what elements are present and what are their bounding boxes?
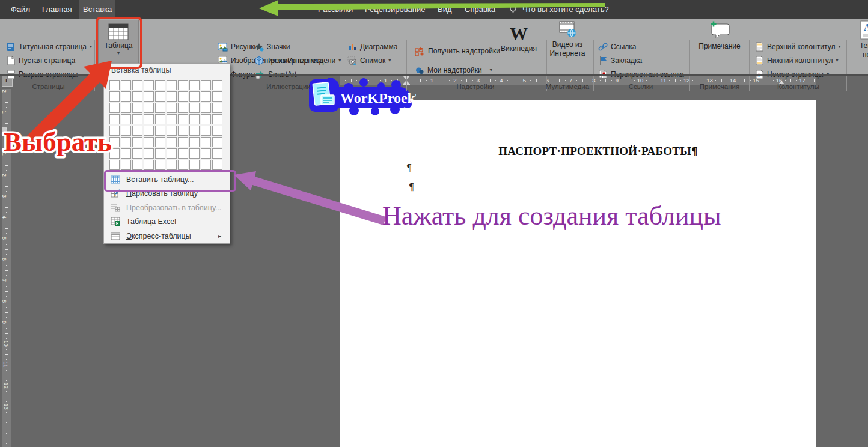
table-grid-cell[interactable] [109,103,120,113]
table-grid-cell[interactable] [201,103,211,113]
table-grid-cell[interactable] [121,137,131,147]
table-grid-cell[interactable] [178,160,188,170]
table-grid-cell[interactable] [121,114,131,124]
text-box-button[interactable]: A Текст пол [851,20,868,73]
table-grid-cell[interactable] [178,114,188,124]
table-grid-cell[interactable] [178,103,188,113]
menu-item-quick-tables[interactable]: Экспресс-таблицы ▸ [105,229,227,243]
wikipedia-button[interactable]: W Википедия [499,22,539,68]
table-grid-cell[interactable] [212,103,222,113]
tell-me-box[interactable]: Что вы хотите сделать? [522,0,609,19]
table-grid-cell[interactable] [132,91,142,102]
table-grid-cell[interactable] [155,114,165,124]
table-grid-cell[interactable] [189,103,200,113]
table-grid-cell[interactable] [201,148,211,159]
bookmark-button[interactable]: Закладка [598,55,642,67]
document-page[interactable]: ПАСПОРТ·ПРОЕКТНОЙ·РАБОТЫ¶ ¶ ¶ [340,100,816,447]
table-grid-cell[interactable] [121,103,131,113]
table-grid-cell[interactable] [132,80,142,90]
table-grid-cell[interactable] [132,126,142,136]
table-grid-cell[interactable] [201,80,211,90]
tab-view[interactable]: Вид [434,0,456,19]
table-grid-cell[interactable] [201,137,211,147]
tab-file[interactable]: Файл [7,0,34,19]
table-grid-cell[interactable] [109,91,120,102]
table-grid-cell[interactable] [178,126,188,136]
table-grid-cell[interactable] [132,103,142,113]
table-grid-cell[interactable] [201,91,211,102]
chart-button[interactable]: Диаграмма [347,41,397,53]
link-button[interactable]: Ссылка [598,41,636,53]
table-grid-cell[interactable] [178,148,188,159]
table-grid-cell[interactable] [109,148,120,159]
table-grid-cell[interactable] [189,114,200,124]
table-grid-cell[interactable] [201,114,211,124]
table-grid-cell[interactable] [121,91,131,102]
table-grid-cell[interactable] [201,126,211,136]
table-grid-cell[interactable] [212,80,222,90]
table-grid-cell[interactable] [109,126,120,136]
table-grid-cell[interactable] [155,148,165,159]
pictures-button[interactable]: Рисунки [218,41,258,53]
table-grid-cell[interactable] [155,160,165,170]
screenshot-button[interactable]: Снимок ▾ [347,55,391,67]
table-grid-cell[interactable] [132,114,142,124]
table-grid-cell[interactable] [109,160,120,170]
cover-page-button[interactable]: Титульная страница ▾ [6,41,92,53]
menu-item-excel-table[interactable]: Таблица Excel [105,214,227,228]
tab-review[interactable]: Рецензирование [361,0,429,19]
comment-button[interactable]: Примечание [695,20,744,68]
table-grid-cell[interactable] [212,137,222,147]
table-grid-cell[interactable] [144,126,154,136]
table-grid-cell[interactable] [132,148,142,159]
table-grid-cell[interactable] [189,160,200,170]
blank-page-button[interactable]: Пустая страница [6,55,75,67]
header-button[interactable]: Верхний колонтитул ▾ [755,41,840,53]
tab-mailings[interactable]: Рассылки [314,0,356,19]
table-grid-cell[interactable] [212,114,222,124]
table-grid-cell[interactable] [109,114,120,124]
table-grid-cell[interactable] [109,137,120,147]
tab-home[interactable]: Главная [38,0,75,19]
table-grid-cell[interactable] [167,137,177,147]
table-grid-cell[interactable] [178,91,188,102]
table-grid-cell[interactable] [144,103,154,113]
table-grid-cell[interactable] [155,80,165,90]
footer-button[interactable]: Нижний колонтитул ▾ [755,55,839,67]
table-grid-cell[interactable] [201,160,211,170]
table-grid-cell[interactable] [167,148,177,159]
table-grid-cell[interactable] [167,80,177,90]
tab-insert[interactable]: Вставка [79,0,115,19]
table-grid-cell[interactable] [144,160,154,170]
table-grid-cell[interactable] [167,91,177,102]
table-grid-cell[interactable] [109,80,120,90]
3d-models-button[interactable]: Трехмерные модели ▾ [254,55,341,67]
table-grid-cell[interactable] [144,148,154,159]
table-grid-cell[interactable] [144,80,154,90]
table-grid-cell[interactable] [178,137,188,147]
table-grid-cell[interactable] [121,160,131,170]
table-grid-cell[interactable] [155,126,165,136]
tab-help[interactable]: Справка [461,0,499,19]
icons-button[interactable]: Значки [254,41,290,53]
table-grid-cell[interactable] [167,160,177,170]
table-grid-cell[interactable] [121,126,131,136]
table-grid-cell[interactable] [132,160,142,170]
table-grid-cell[interactable] [144,137,154,147]
table-grid-cell[interactable] [189,137,200,147]
table-grid-cell[interactable] [167,103,177,113]
online-video-button[interactable]: Видео из Интернета [548,20,587,73]
get-addins-button[interactable]: Получить надстройки [415,45,500,57]
table-grid-cell[interactable] [155,103,165,113]
table-grid-cell[interactable] [144,91,154,102]
table-grid-cell[interactable] [155,91,165,102]
table-grid-cell[interactable] [189,91,200,102]
table-grid-cell[interactable] [144,114,154,124]
table-grid-cell[interactable] [121,80,131,90]
table-grid-cell[interactable] [212,148,222,159]
table-grid-cell[interactable] [212,91,222,102]
table-grid-cell[interactable] [178,80,188,90]
table-grid-cell[interactable] [167,126,177,136]
table-grid-cell[interactable] [155,137,165,147]
table-grid-cell[interactable] [189,80,200,90]
